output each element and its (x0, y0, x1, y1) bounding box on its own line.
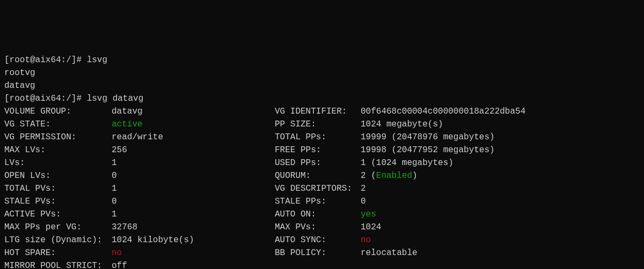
vg-label: STALE PVs: (4, 195, 112, 208)
vg-value: 1024 kilobyte(s) (112, 235, 194, 245)
vg-label: STALE PPs: (275, 195, 361, 208)
vg-label: MAX PPs per VG: (4, 221, 112, 234)
vg-row: OPEN LVs:0QUORUM:2 (Enabled) (4, 169, 640, 182)
vg-value: read/write (112, 132, 163, 142)
vg-value: no (112, 248, 122, 258)
vg-label: TOTAL PVs: (4, 182, 112, 195)
command-text: lsvg datavg (87, 94, 144, 103)
vg-label: OPEN LVs: (4, 169, 112, 182)
output-line: rootvg (4, 66, 640, 79)
vg-label: AUTO SYNC: (275, 234, 361, 246)
vg-row: LTG size (Dynamic):1024 kilobyte(s)AUTO … (4, 234, 640, 246)
vg-row: TOTAL PVs:1VG DESCRIPTORS:2 (4, 182, 640, 195)
shell-prompt: [root@aix64:/]# (4, 55, 87, 65)
vg-value: 1 (112, 158, 117, 168)
vg-label: ACTIVE PVs: (4, 208, 112, 221)
vg-value: relocatable (361, 248, 418, 258)
output-line: datavg (4, 79, 640, 92)
vg-value: off (112, 261, 127, 269)
vg-value: 19998 (20477952 megabytes) (361, 145, 495, 155)
vg-row: VG PERMISSION:read/writeTOTAL PPs:19999 … (4, 131, 640, 144)
vg-label: VG DESCRIPTORS: (275, 182, 361, 195)
vg-value: 32768 (112, 222, 137, 232)
vg-label: MIRROR POOL STRICT: (4, 259, 112, 269)
vg-value: 1 (112, 184, 117, 193)
vg-value: active (112, 119, 143, 129)
vg-value: 1024 (361, 222, 381, 232)
vg-row: LVs:1USED PPs:1 (1024 megabytes) (4, 156, 640, 169)
vg-label: LTG size (Dynamic): (4, 234, 112, 246)
vg-value: 256 (112, 145, 127, 155)
vg-label: LVs: (4, 156, 112, 169)
vg-value: 19999 (20478976 megabytes) (361, 132, 495, 142)
vg-row: VOLUME GROUP:datavgVG IDENTIFIER:00f6468… (4, 105, 640, 118)
vg-label: VG PERMISSION: (4, 131, 112, 144)
vg-row: STALE PVs:0STALE PPs:0 (4, 195, 640, 208)
command-text: lsvg (87, 55, 107, 65)
vg-value: datavg (112, 107, 143, 116)
vg-label: MAX PVs: (275, 221, 361, 234)
prompt-line-1: [root@aix64:/]# lsvg (4, 54, 640, 66)
vg-row: HOT SPARE:noBB POLICY:relocatable (4, 246, 640, 259)
vg-value: 2 (361, 184, 366, 193)
vg-row: MAX LVs:256FREE PPs:19998 (20477952 mega… (4, 144, 640, 156)
vg-label: USED PPs: (275, 156, 361, 169)
vg-label: PP SIZE: (275, 118, 361, 131)
vg-value: no (361, 235, 371, 245)
vg-value: 0 (361, 197, 366, 206)
vg-label: VG STATE: (4, 118, 112, 131)
vg-value: 2 (Enabled) (361, 171, 418, 181)
vg-label: TOTAL PPs: (275, 131, 361, 144)
vg-value: 0 (112, 197, 117, 206)
vg-label: HOT SPARE: (4, 246, 112, 259)
vg-row: MIRROR POOL STRICT:off (4, 259, 640, 269)
vg-value: yes (361, 210, 376, 219)
vg-row: MAX PPs per VG:32768MAX PVs:1024 (4, 221, 640, 234)
vg-row: VG STATE:activePP SIZE:1024 megabyte(s) (4, 118, 640, 131)
vg-value: 1024 megabyte(s) (361, 119, 443, 129)
vg-label: MAX LVs: (4, 144, 112, 156)
vg-label: VOLUME GROUP: (4, 105, 112, 118)
vg-value: 00f6468c00004c000000018a222dba54 (361, 107, 525, 116)
vg-label: VG IDENTIFIER: (275, 105, 361, 118)
vg-value: 1 (1024 megabytes) (361, 158, 453, 168)
vg-label: FREE PPs: (275, 144, 361, 156)
vg-label: AUTO ON: (275, 208, 361, 221)
prompt-line-2: [root@aix64:/]# lsvg datavg (4, 92, 640, 105)
vg-value: 0 (112, 171, 117, 181)
vg-label: QUORUM: (275, 169, 361, 182)
vg-row: ACTIVE PVs:1AUTO ON:yes (4, 208, 640, 221)
terminal-output: [root@aix64:/]# lsvgrootvgdatavg[root@ai… (4, 54, 640, 269)
shell-prompt: [root@aix64:/]# (4, 94, 87, 103)
vg-label: BB POLICY: (275, 246, 361, 259)
vg-value: 1 (112, 210, 117, 219)
